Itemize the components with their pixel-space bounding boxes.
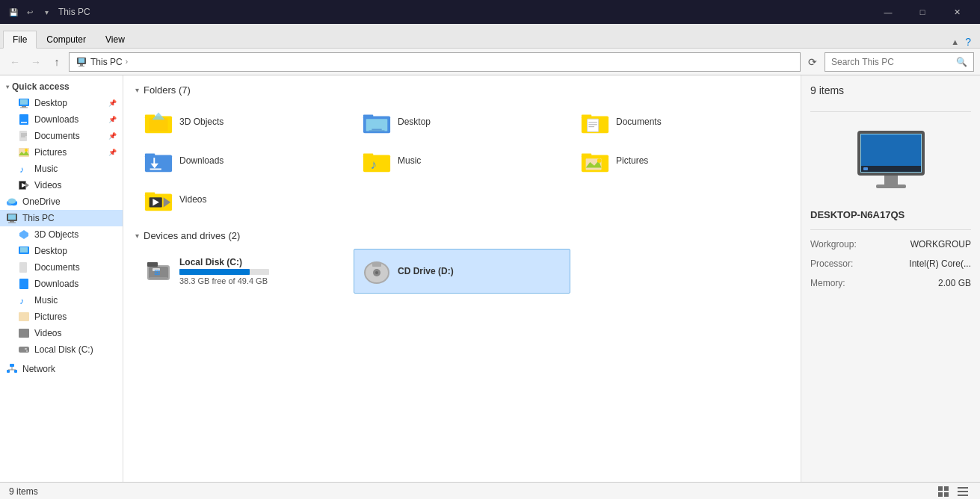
tab-file[interactable]: File [3, 31, 37, 49]
svg-marker-30 [19, 230, 28, 239]
svg-rect-6 [22, 106, 26, 108]
memory-value: 2.00 GB [938, 278, 971, 288]
sidebar-downloads-qa-label: Downloads [34, 114, 78, 125]
large-icons-view-button[interactable] [935, 483, 952, 500]
folder-downloads-icon [144, 147, 173, 174]
sidebar-item-3dobjects[interactable]: 3D Objects [0, 226, 123, 243]
window-title: This PC [58, 7, 90, 17]
sidebar-item-documents-pc[interactable]: Documents [0, 259, 123, 276]
memory-label: Memory: [810, 278, 845, 288]
svg-rect-90 [372, 262, 381, 267]
svg-rect-98 [938, 486, 943, 491]
sidebar-network-label: Network [22, 364, 55, 374]
forward-button[interactable]: → [27, 53, 45, 71]
minimize-button[interactable]: — [871, 0, 905, 24]
svg-rect-100 [938, 492, 943, 497]
drives-grid: ⊞ Local Disk (C:) 38.3 GB free of 49.4 G… [135, 249, 789, 294]
svg-rect-11 [19, 131, 27, 141]
sidebar-item-desktop-pc[interactable]: Desktop [0, 243, 123, 259]
svg-rect-93 [884, 176, 898, 185]
help-icon[interactable]: ? [965, 36, 971, 48]
sidebar-item-music-pc[interactable]: ♪ Music [0, 292, 123, 309]
svg-rect-33 [19, 262, 27, 273]
ribbon-expand-icon[interactable]: ▲ [951, 37, 959, 46]
save-icon[interactable]: 💾 [6, 4, 21, 19]
sidebar-documents-pc-label: Documents [34, 262, 80, 273]
folder-music-icon: ♪ [362, 147, 392, 174]
details-view-button[interactable] [955, 483, 971, 500]
svg-rect-41 [10, 364, 14, 367]
svg-text:♪: ♪ [19, 296, 24, 306]
sidebar-item-music-qa[interactable]: ♪ Music [0, 161, 123, 177]
svg-point-25 [8, 199, 16, 204]
sidebar-item-onedrive[interactable]: OneDrive [0, 193, 123, 210]
folder-downloads[interactable]: Downloads [135, 142, 352, 179]
search-input[interactable] [831, 57, 953, 67]
maximize-button[interactable]: □ [905, 0, 940, 24]
documents-pc-icon [18, 261, 30, 273]
sidebar-item-desktop-qa[interactable]: Desktop 📌 [0, 95, 123, 111]
videos-pc-icon [18, 327, 30, 339]
sidebar-pictures-qa-label: Pictures [34, 147, 67, 158]
sidebar-item-documents-qa[interactable]: Documents 📌 [0, 128, 123, 144]
sidebar-item-thispc[interactable]: This PC [0, 210, 123, 226]
sidebar-item-pictures-qa[interactable]: Pictures 📌 [0, 144, 123, 161]
folders-section-header[interactable]: ▾ Folders (7) [135, 84, 789, 96]
quick-access-toolbar: 💾 ↩ ▾ [6, 4, 54, 19]
pin-icon-doc: 📌 [108, 132, 117, 140]
sidebar-documents-qa-label: Documents [34, 131, 80, 141]
svg-rect-37 [19, 329, 29, 338]
up-button[interactable]: ↑ [48, 53, 66, 71]
svg-text:⊞: ⊞ [154, 268, 160, 276]
music-pc-icon: ♪ [18, 294, 30, 306]
tab-view[interactable]: View [96, 31, 135, 48]
videos-icon [18, 179, 30, 191]
computer-name-row: DESKTOP-N6A17QS [810, 209, 971, 220]
svg-rect-76 [145, 192, 155, 196]
devices-chevron-icon: ▾ [135, 232, 139, 240]
address-path[interactable]: This PC › [69, 52, 801, 72]
folder-documents[interactable]: Documents [572, 103, 789, 140]
computer-preview [810, 127, 971, 194]
folder-videos[interactable]: Videos [135, 181, 352, 218]
status-bar: 9 items [0, 482, 980, 499]
devices-section-header[interactable]: ▾ Devices and drives (2) [135, 230, 789, 241]
svg-rect-27 [8, 214, 16, 220]
desktop-pc-icon [18, 245, 30, 257]
divider-mid [810, 229, 971, 230]
folder-3dobjects-label: 3D Objects [179, 117, 224, 127]
sidebar-item-videos-qa[interactable]: Videos [0, 177, 123, 193]
svg-rect-57 [582, 114, 591, 118]
folder-3dobjects[interactable]: 3D Objects [135, 103, 352, 140]
refresh-button[interactable]: ⟳ [804, 53, 822, 71]
sidebar-quick-access-header[interactable]: ▾ Quick access [0, 78, 123, 95]
svg-rect-29 [8, 223, 16, 223]
folder-pictures[interactable]: Pictures [572, 142, 789, 179]
documents-icon [18, 130, 30, 142]
drive-d[interactable]: CD Drive (D:) [354, 249, 570, 294]
sidebar-item-downloads-pc[interactable]: Downloads [0, 276, 123, 292]
folder-music[interactable]: ♪ Music [354, 142, 570, 179]
network-icon [6, 363, 18, 375]
tab-computer[interactable]: Computer [37, 31, 96, 48]
folders-section-label: Folders (7) [144, 84, 191, 96]
sidebar-3dobjects-label: 3D Objects [34, 229, 78, 240]
divider-top [810, 111, 971, 112]
sidebar-item-localdisk[interactable]: Local Disk (C:) [0, 341, 123, 358]
undo-icon[interactable]: ↩ [22, 4, 37, 19]
sidebar-item-downloads-qa[interactable]: Downloads 📌 [0, 111, 123, 128]
sidebar-item-pictures-pc[interactable]: Pictures [0, 309, 123, 325]
drive-c[interactable]: ⊞ Local Disk (C:) 38.3 GB free of 49.4 G… [135, 249, 352, 294]
sidebar-downloads-pc-label: Downloads [34, 279, 78, 289]
sidebar-item-videos-pc[interactable]: Videos [0, 325, 123, 341]
folder-desktop[interactable]: Desktop [354, 103, 570, 140]
dropdown-arrow[interactable]: ▾ [39, 4, 54, 19]
path-chevron[interactable]: › [126, 58, 128, 66]
sidebar: ▾ Quick access Desktop 📌 Downloads 📌 Doc… [0, 75, 123, 482]
close-button[interactable]: ✕ [940, 0, 974, 24]
svg-rect-8 [19, 114, 28, 125]
sidebar-item-network[interactable]: Network [0, 361, 123, 377]
svg-rect-49 [150, 118, 168, 131]
processor-value: Intel(R) Core(... [909, 258, 971, 269]
back-button[interactable]: ← [6, 53, 24, 71]
